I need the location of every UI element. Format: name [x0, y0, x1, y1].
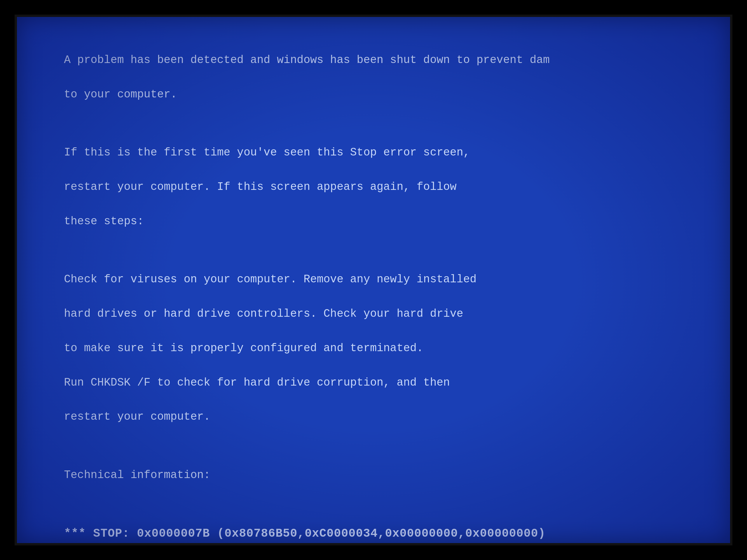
technical-header: Technical information:: [64, 469, 210, 481]
paragraph3-line5: restart your computer.: [64, 410, 210, 423]
bsod-content: A problem has been detected and windows …: [37, 34, 710, 560]
paragraph3-line4: Run CHKDSK /F to check for hard drive co…: [64, 376, 450, 389]
paragraph2-line1: If this is the first time you've seen th…: [64, 146, 470, 159]
paragraph2-line2: restart your computer. If this screen ap…: [64, 181, 456, 193]
paragraph3-line3: to make sure it is properly configured a…: [64, 342, 423, 354]
paragraph2-line3: these steps:: [64, 215, 144, 228]
line-header-1: A problem has been detected and windows …: [64, 54, 550, 66]
paragraph3-line2: hard drives or hard drive controllers. C…: [64, 308, 463, 320]
stop-code: *** STOP: 0x0000007B (0x80786B50,0xC0000…: [64, 527, 545, 540]
paragraph3-line1: Check for viruses on your computer. Remo…: [64, 273, 476, 286]
line-header-2: to your computer.: [64, 88, 177, 101]
bsod-screen: A problem has been detected and windows …: [15, 15, 732, 545]
